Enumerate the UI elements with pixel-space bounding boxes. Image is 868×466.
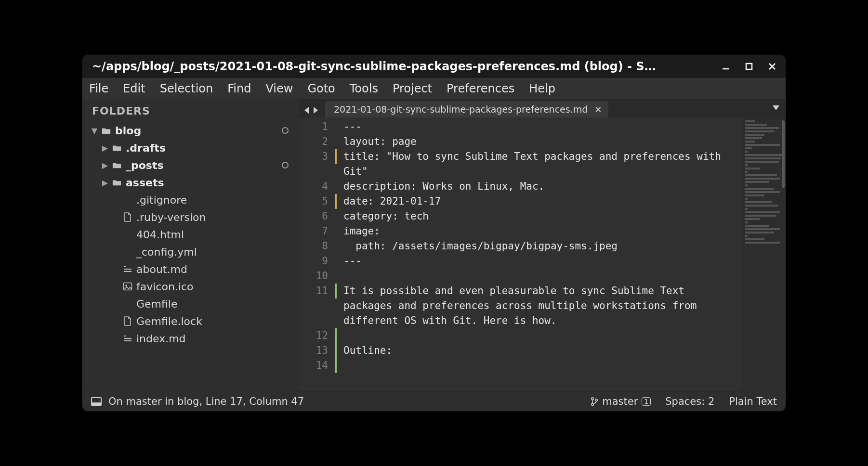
tree-row--posts[interactable]: ▶_posts	[91, 156, 295, 174]
menu-file[interactable]: File	[89, 82, 108, 95]
minimap-row	[745, 221, 748, 223]
code-line[interactable]: 11It is possible and even pleasurable to…	[299, 284, 786, 328]
window-controls	[721, 62, 777, 71]
menu-find[interactable]: Find	[227, 82, 251, 95]
menu-tools[interactable]: Tools	[350, 82, 378, 95]
tree-row-assets[interactable]: ▶assets	[91, 174, 295, 191]
tab-active[interactable]: 2021-01-08-git-sync-sublime-packages-pre…	[325, 101, 608, 117]
code-line[interactable]: 8 path: /assets/images/bigpay/bigpay-sms…	[299, 239, 786, 254]
file-icon	[123, 212, 132, 222]
tree-row-404-html[interactable]: 404.html	[91, 226, 295, 243]
status-syntax[interactable]: Plain Text	[729, 396, 777, 407]
branch-badge: 1	[642, 397, 651, 406]
gutter-line-number: 12	[299, 328, 337, 343]
menubar: File Edit Selection Find View Goto Tools…	[82, 78, 786, 99]
disclosure-right-icon[interactable]: ▶	[102, 143, 108, 153]
menu-help[interactable]: Help	[529, 82, 555, 95]
gutter-line-number: 2	[299, 134, 337, 149]
panel-toggle-icon[interactable]	[91, 397, 102, 406]
minimap-row	[745, 191, 780, 193]
spaces-label: Spaces: 2	[665, 396, 714, 407]
disclosure-down-icon[interactable]: ▼	[91, 126, 98, 135]
gutter-line-number: 4	[299, 179, 337, 194]
menu-project[interactable]: Project	[393, 82, 432, 95]
tree-label: index.md	[136, 333, 295, 345]
minimap-row	[745, 130, 774, 132]
tree-row--ruby-version[interactable]: .ruby-version	[91, 208, 295, 226]
code-line[interactable]: 2layout: page	[299, 134, 786, 149]
minimap[interactable]	[741, 117, 786, 391]
tree-label: Gemfile.lock	[136, 315, 295, 327]
code-line[interactable]: 7image:	[299, 224, 786, 239]
tree-row-index-md[interactable]: index.md	[91, 330, 295, 347]
minimap-row	[745, 205, 778, 207]
editor-body[interactable]: 1---2layout: page3title: "How to sync Su…	[299, 117, 786, 391]
gutter-line-number: 5	[299, 194, 337, 209]
code-line[interactable]: 6category: tech	[299, 209, 786, 224]
file-icon	[123, 316, 132, 326]
tree-label: .drafts	[126, 142, 295, 154]
maximize-button[interactable]	[744, 62, 754, 71]
status-branch[interactable]: master 1	[591, 396, 651, 407]
minimap-row	[745, 211, 780, 213]
menu-edit[interactable]: Edit	[123, 82, 145, 95]
menu-goto[interactable]: Goto	[307, 82, 335, 95]
minimap-row	[745, 238, 764, 240]
gutter-line-number: 6	[299, 209, 337, 224]
tree-row--config-yml[interactable]: _config.yml	[91, 243, 295, 260]
code-line[interactable]: 5date: 2021-01-17	[299, 194, 786, 209]
menu-preferences[interactable]: Preferences	[447, 82, 514, 95]
gutter-line-number: 8	[299, 239, 337, 254]
tree-row-about-md[interactable]: about.md	[91, 260, 295, 278]
tree-row-gemfile-lock[interactable]: Gemfile.lock	[91, 312, 295, 330]
minimap-row	[745, 134, 764, 136]
code-line[interactable]: 12	[299, 328, 786, 343]
code-line[interactable]: 4description: Works on Linux, Mac.	[299, 179, 786, 194]
code-text: category: tech	[337, 209, 786, 224]
status-spaces[interactable]: Spaces: 2	[665, 396, 714, 407]
minimize-button[interactable]	[721, 62, 731, 71]
tab-prev-icon[interactable]	[303, 106, 311, 115]
code-line[interactable]: 14	[299, 358, 786, 373]
code-text: It is possible and even pleasurable to s…	[337, 284, 786, 328]
minimap-row	[745, 161, 779, 163]
folder-icon	[112, 160, 122, 170]
statusbar-left: On master in blog, Line 17, Column 47	[91, 396, 304, 407]
tab-overflow[interactable]	[772, 104, 780, 113]
menu-selection[interactable]: Selection	[160, 82, 213, 95]
minimap-row	[745, 215, 776, 217]
gutter-line-number: 10	[299, 269, 337, 284]
vcs-status-icon	[282, 162, 289, 168]
tree-row--drafts[interactable]: ▶.drafts	[91, 139, 295, 156]
tree-row--gitignore[interactable]: .gitignore	[91, 191, 295, 208]
gutter-line-number: 1	[299, 119, 337, 134]
tree-row-blog[interactable]: ▼blog	[91, 122, 295, 139]
md-icon	[123, 264, 132, 274]
minimap-row	[745, 171, 748, 173]
gutter-line-number: 3	[299, 149, 337, 164]
folder-icon	[112, 143, 122, 153]
minimap-scroll-thumb[interactable]	[782, 120, 785, 188]
sidebar: FOLDERS ▼blog▶.drafts▶_posts▶assets.giti…	[82, 99, 299, 391]
tree-label: 404.html	[136, 229, 295, 241]
code-line[interactable]: 1---	[299, 119, 786, 134]
close-button[interactable]	[767, 62, 777, 71]
gutter-line-number: 14	[299, 358, 337, 373]
vcs-status-icon	[282, 127, 289, 134]
disclosure-right-icon[interactable]: ▶	[102, 161, 108, 170]
svg-point-15	[592, 397, 594, 400]
tree-row-gemfile[interactable]: Gemfile	[91, 295, 295, 312]
tree-label: Gemfile	[136, 298, 295, 310]
code-line[interactable]: 13Outline:	[299, 343, 786, 358]
minimap-row	[745, 208, 748, 210]
disclosure-right-icon[interactable]: ▶	[102, 178, 108, 187]
menu-view[interactable]: View	[265, 82, 293, 95]
tab-next-icon[interactable]	[312, 106, 319, 115]
code-line[interactable]: 10	[299, 269, 786, 284]
tab-close-icon[interactable]: ✕	[594, 104, 602, 115]
code-line[interactable]: 9---	[299, 254, 786, 269]
code-line[interactable]: 3title: "How to sync Sublime Text packag…	[299, 149, 786, 179]
tree-row-favicon-ico[interactable]: favicon.ico	[91, 278, 295, 295]
minimap-row	[745, 147, 752, 149]
minimap-row	[745, 141, 755, 142]
